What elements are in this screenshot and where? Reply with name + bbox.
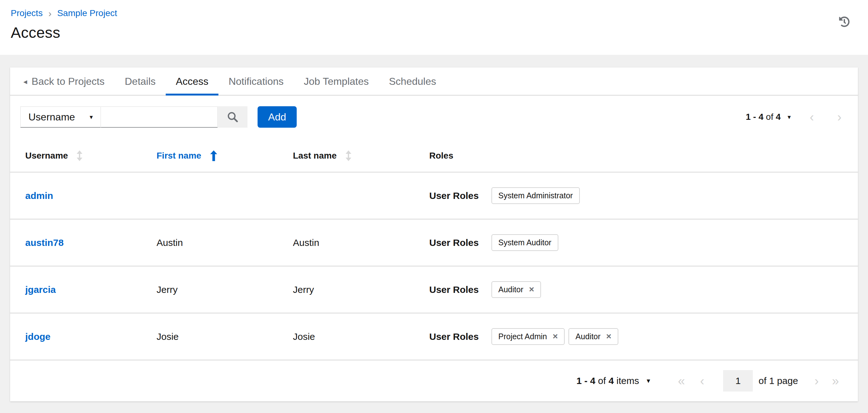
search-key-select[interactable]: Username ▾ [20,106,101,128]
tab-label: Back to Projects [32,76,104,87]
search-input[interactable] [101,106,218,128]
cell-last-name: Jerry [293,284,429,295]
cell-first-name: Jerry [157,284,293,295]
prev-page-button[interactable]: ‹ [700,375,704,387]
role-chip-group: System Auditor [491,234,558,251]
search-key-select-value: Username [28,111,75,123]
column-label: First name [157,151,202,161]
cell-username: jgarcia [25,284,157,295]
caret-left-icon: ◂ [23,78,27,85]
user-roles-label: User Roles [429,237,479,248]
page-count-label: of 1 page [758,376,798,386]
role-chip: Project Admin× [491,328,565,345]
page: Projects › Sample Project Access ◂ Back … [0,0,868,413]
cell-username: admin [25,191,157,201]
cell-roles: User Roles System Auditor [429,234,843,251]
breadcrumb: Projects › Sample Project [11,8,868,18]
current-page-input[interactable] [723,370,753,391]
table-row: admin User Roles System Administrator [10,172,858,219]
prev-page-button[interactable]: ‹ [810,111,814,123]
table-header: Username First name Last name [10,140,858,172]
cell-roles: User Roles System Administrator [429,187,843,204]
sort-both-icon [77,150,82,161]
per-page-caret-icon[interactable]: ▾ [787,114,791,120]
search-icon [227,112,238,122]
role-chip-group: Project Admin×Auditor× [491,328,618,345]
chip-remove-button[interactable]: × [553,333,558,340]
tab-job-templates[interactable]: Job Templates [294,67,379,96]
table-row: jgarcia Jerry Jerry User Roles Auditor× [10,266,858,313]
add-button[interactable]: Add [257,106,297,128]
cell-first-name: Josie [157,331,293,342]
main-content: ◂ Back to Projects Details Access Notifi… [0,55,868,413]
pagination-items-range: 1 - 4 of 4 items [576,376,639,386]
table-row: austin78 Austin Austin User Roles System… [10,219,858,266]
pagination-of-label: of [766,112,773,122]
role-chip-group: System Administrator [491,187,580,204]
first-page-button[interactable]: « [678,375,685,387]
sort-both-icon [346,150,351,161]
role-chip-group: Auditor× [491,281,541,298]
role-chip: Auditor× [568,328,618,345]
column-label: Last name [293,151,337,161]
cell-last-name: Josie [293,331,429,342]
column-header-roles: Roles [429,151,843,161]
column-label: Roles [429,151,453,161]
role-chip-label: System Administrator [498,191,573,200]
column-header-username[interactable]: Username [25,150,157,161]
tab-access[interactable]: Access [166,67,218,96]
page-header: Projects › Sample Project Access [0,0,868,55]
cell-last-name: Austin [293,237,429,248]
cell-roles: User Roles Auditor× [429,281,843,298]
cell-username: austin78 [25,237,157,248]
role-chip: System Auditor [491,234,558,251]
search-button[interactable] [218,106,247,128]
pagination-top: 1 - 4 of 4 ▾ ‹ › [746,111,842,123]
cell-first-name: Austin [157,237,293,248]
pagination-range-numbers: 1 - 4 [746,112,764,122]
user-roles-label: User Roles [429,191,479,201]
pagination-total: 4 [609,376,614,386]
user-roles-label: User Roles [429,331,479,342]
last-page-button[interactable]: » [832,375,839,387]
tab-notifications[interactable]: Notifications [218,67,293,96]
column-header-last-name[interactable]: Last name [293,150,429,161]
role-chip-label: Project Admin [498,332,547,341]
role-chip-label: Auditor [498,285,523,294]
table-body: admin User Roles System Administrator au… [10,172,858,360]
pagination-of-label: of [598,376,606,386]
history-icon [839,16,850,27]
pagination-bottom: 1 - 4 of 4 items ▾ « ‹ of 1 page › » [10,360,858,401]
caret-down-icon: ▾ [90,114,93,120]
page-title: Access [11,24,868,41]
tab-bar: ◂ Back to Projects Details Access Notifi… [10,67,858,96]
pagination-range-numbers: 1 - 4 [576,376,595,386]
access-card: ◂ Back to Projects Details Access Notifi… [10,67,858,401]
username-link[interactable]: jgarcia [25,284,56,295]
tab-back-to-projects[interactable]: ◂ Back to Projects [13,67,115,96]
column-header-first-name[interactable]: First name [157,150,293,161]
chip-remove-button[interactable]: × [606,333,611,340]
activity-history-button[interactable] [838,15,851,28]
user-roles-label: User Roles [429,284,479,295]
pagination-items-label: items [616,376,639,386]
tab-schedules[interactable]: Schedules [379,67,446,96]
breadcrumb-link-sample-project[interactable]: Sample Project [57,8,117,18]
pagination-range: 1 - 4 of 4 [746,112,781,122]
role-chip: System Administrator [491,187,580,204]
role-chip-label: System Auditor [498,238,551,247]
breadcrumb-link-projects[interactable]: Projects [11,8,42,18]
next-page-button[interactable]: › [837,111,841,123]
username-link[interactable]: admin [25,191,53,201]
username-link[interactable]: jdoge [25,331,51,342]
column-label: Username [25,151,68,161]
chip-remove-button[interactable]: × [529,286,534,293]
per-page-caret-icon[interactable]: ▾ [647,377,650,384]
role-chip-label: Auditor [576,332,600,341]
next-page-button[interactable]: › [814,375,818,387]
tab-details[interactable]: Details [115,67,166,96]
table-row: jdoge Josie Josie User Roles Project Adm… [10,313,858,360]
pagination-total: 4 [776,112,781,122]
cell-roles: User Roles Project Admin×Auditor× [429,328,843,345]
username-link[interactable]: austin78 [25,237,64,248]
